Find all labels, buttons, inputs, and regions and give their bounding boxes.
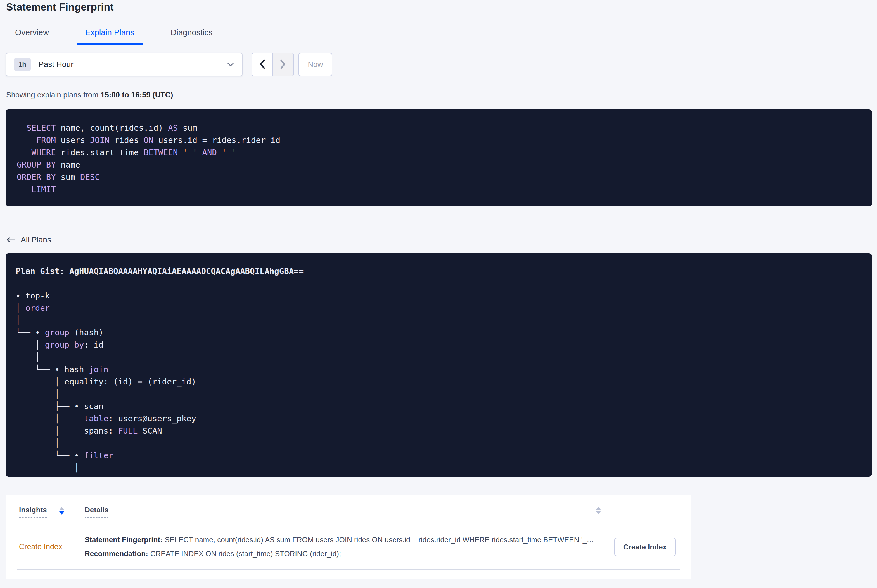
code-line bbox=[16, 277, 862, 290]
chevron-right-icon bbox=[280, 59, 286, 70]
time-range-dropdown[interactable]: 1h Past Hour bbox=[6, 53, 242, 76]
code-line: │ equality: (id) = (rider_id) bbox=[16, 375, 862, 388]
sort-up-arrow bbox=[596, 507, 601, 510]
table-row: Create Index Statement Fingerprint:SELEC… bbox=[6, 524, 691, 569]
code-line: │ bbox=[16, 351, 862, 363]
tab-explain-plans[interactable]: Explain Plans bbox=[77, 24, 143, 44]
create-index-button[interactable]: Create Index bbox=[614, 538, 676, 556]
tab-overview[interactable]: Overview bbox=[7, 24, 57, 44]
column-header-insights[interactable]: Insights bbox=[19, 506, 85, 524]
code-line: WHERE rides.start_time BETWEEN '_' AND '… bbox=[17, 146, 861, 159]
sort-down-arrow bbox=[596, 511, 601, 514]
code-line: └── • hash join bbox=[16, 363, 862, 375]
insights-table-card: Insights Details Create Index Statem bbox=[6, 495, 691, 579]
time-controls: 1h Past Hour Now bbox=[6, 53, 877, 76]
chevron-left-icon bbox=[259, 59, 266, 70]
sort-up-arrow bbox=[59, 507, 64, 510]
code-line: └── • filter bbox=[16, 449, 862, 462]
details-cell: Statement Fingerprint:SELECT name, count… bbox=[85, 535, 610, 558]
code-line: FROM users JOIN rides ON users.id = ride… bbox=[17, 134, 861, 146]
code-line: │ bbox=[16, 437, 862, 449]
column-header-details[interactable]: Details bbox=[85, 506, 108, 524]
insight-cell: Create Index bbox=[19, 543, 85, 551]
recommendation-text: CREATE INDEX ON rides (start_time) STORI… bbox=[150, 549, 341, 558]
caption-prefix: Showing explain plans from bbox=[6, 91, 101, 99]
code-line: SELECT name, count(rides.id) AS sum bbox=[17, 122, 861, 134]
caption-time-range: 15:00 to 16:59 (UTC) bbox=[101, 91, 173, 99]
showing-plans-caption: Showing explain plans from 15:00 to 16:5… bbox=[6, 91, 877, 99]
now-button[interactable]: Now bbox=[298, 53, 332, 76]
time-nav-group bbox=[251, 53, 294, 76]
code-line: Plan Gist: AgHUAQIABQAAAAHYAQIAiAEAAAADC… bbox=[16, 265, 862, 277]
tab-bar: Overview Explain Plans Diagnostics bbox=[0, 24, 877, 44]
insights-column-label: Insights bbox=[19, 506, 47, 518]
details-column-label: Details bbox=[85, 506, 108, 518]
code-line: GROUP BY name bbox=[17, 159, 861, 171]
recommendation-detail-line: Recommendation:CREATE INDEX ON rides (st… bbox=[85, 549, 610, 558]
code-line: ├── • scan bbox=[16, 400, 862, 412]
code-line: LIMIT _ bbox=[17, 183, 861, 195]
back-arrow-icon bbox=[6, 237, 15, 243]
time-range-badge: 1h bbox=[14, 58, 31, 71]
all-plans-link[interactable]: All Plans bbox=[6, 236, 51, 244]
next-time-button[interactable] bbox=[272, 53, 293, 76]
fingerprint-detail-line: Statement Fingerprint:SELECT name, count… bbox=[85, 535, 610, 544]
code-line: │ table: users@users_pkey bbox=[16, 412, 862, 424]
fingerprint-text: SELECT name, count(rides.id) AS sum FROM… bbox=[165, 536, 594, 544]
code-line: • top-k bbox=[16, 290, 862, 302]
prev-time-button[interactable] bbox=[252, 53, 272, 76]
recommendation-label: Recommendation: bbox=[85, 549, 148, 558]
sort-icon bbox=[59, 507, 64, 514]
code-line: ORDER BY sum DESC bbox=[17, 171, 861, 183]
sort-down-arrow bbox=[59, 512, 64, 514]
insights-table-header: Insights Details bbox=[6, 495, 691, 524]
plan-gist-block: Plan Gist: AgHUAQIABQAAAAHYAQIAiAEAAAADC… bbox=[6, 253, 872, 477]
all-plans-label: All Plans bbox=[21, 236, 51, 244]
code-line: └── • group (hash) bbox=[16, 326, 862, 339]
code-line: │ bbox=[16, 314, 862, 326]
table-row-divider bbox=[17, 569, 680, 570]
statement-fingerprint-page: Statement Fingerprint Overview Explain P… bbox=[0, 1, 877, 579]
insight-type-link[interactable]: Create Index bbox=[19, 543, 62, 551]
chevron-down-icon bbox=[227, 62, 234, 67]
time-range-label: Past Hour bbox=[39, 60, 74, 69]
fingerprint-label: Statement Fingerprint: bbox=[85, 536, 162, 544]
sort-icon[interactable] bbox=[596, 507, 601, 514]
code-line: │ order bbox=[16, 302, 862, 314]
code-line: │ bbox=[16, 462, 862, 474]
page-title: Statement Fingerprint bbox=[6, 1, 877, 14]
code-line: │ bbox=[16, 388, 862, 400]
sql-statement-block: SELECT name, count(rides.id) AS sum FROM… bbox=[6, 110, 872, 206]
tab-diagnostics[interactable]: Diagnostics bbox=[162, 24, 221, 44]
section-divider bbox=[6, 226, 872, 226]
code-line: │ group by: id bbox=[16, 339, 862, 351]
code-line: │ spans: FULL SCAN bbox=[16, 424, 862, 437]
